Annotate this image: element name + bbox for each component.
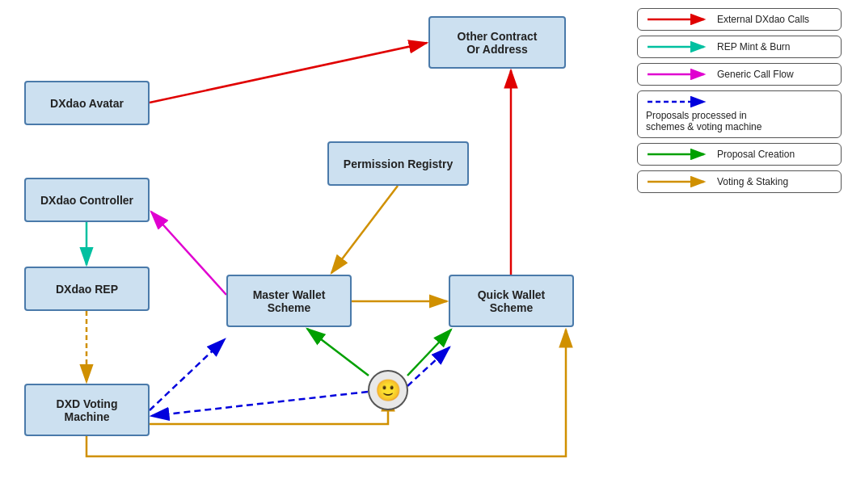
node-master-wallet: Master Wallet Scheme [226, 275, 352, 327]
legend-external-label: External DXdao Calls [717, 14, 809, 25]
arrow-smiley-to-quick-green [407, 330, 451, 376]
node-avatar: DXdao Avatar [24, 81, 150, 125]
node-voting-machine: DXD Voting Machine [24, 384, 150, 436]
arrow-external-call [150, 43, 427, 103]
legend-external: External DXdao Calls [637, 8, 842, 31]
arrow-voting-to-smiley [150, 393, 388, 424]
diagram-area: Other Contract Or Address DXdao Avatar P… [0, 0, 631, 504]
legend-external-arrow [646, 14, 711, 25]
arrow-voting-bottom-to-quick [86, 330, 566, 456]
arrow-master-to-controller [151, 212, 226, 295]
legend-voting-label: Voting & Staking [717, 176, 788, 187]
legend-proposals: Proposals processed in schemes & voting … [637, 90, 842, 138]
node-other-contract: Other Contract Or Address [428, 16, 566, 69]
arrow-smiley-to-quick-dashed [407, 347, 449, 386]
legend-proposals-label: Proposals processed in schemes & voting … [646, 110, 833, 132]
legend-voting: Voting & Staking [637, 170, 842, 193]
legend-creation-label: Proposal Creation [717, 149, 795, 160]
legend-rep-label: REP Mint & Burn [717, 41, 790, 52]
arrow-smiley-to-voting-dashed [151, 392, 368, 416]
legend-generic-label: Generic Call Flow [717, 69, 794, 80]
legend-voting-arrow [646, 176, 711, 187]
legend-rep-arrow [646, 41, 711, 52]
legend-area: External DXdao Calls REP Mint & Burn [631, 0, 848, 504]
legend-rep-mint: REP Mint & Burn [637, 36, 842, 58]
arrow-perm-to-master [331, 186, 398, 273]
node-rep: DXdao REP [24, 267, 150, 311]
smiley-icon: 🙂 [375, 380, 401, 401]
node-permission-registry: Permission Registry [327, 141, 469, 186]
arrow-voting-to-master-dashed [150, 339, 225, 410]
legend-generic: Generic Call Flow [637, 63, 842, 86]
arrow-smiley-to-master-green [307, 329, 369, 376]
legend-proposals-arrow [646, 96, 711, 107]
legend-generic-arrow [646, 69, 711, 80]
legend-creation-arrow [646, 149, 711, 160]
node-quick-wallet: Quick Wallet Scheme [449, 275, 574, 327]
node-controller: DXdao Controller [24, 178, 150, 222]
legend-proposal-creation: Proposal Creation [637, 143, 842, 166]
smiley-face: 🙂 [368, 370, 408, 410]
